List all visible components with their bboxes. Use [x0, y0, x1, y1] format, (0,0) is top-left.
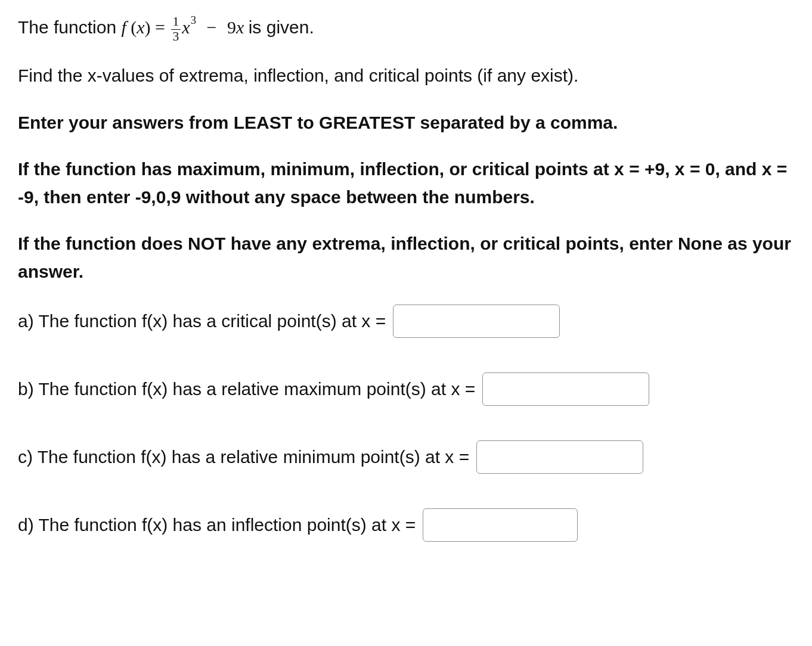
- question-a-label: a) The function f(x) has a critical poin…: [18, 308, 386, 336]
- math-exponent-3: 3: [191, 14, 196, 26]
- question-b-label: b) The function f(x) has a relative maxi…: [18, 375, 475, 403]
- math-x1: x: [137, 17, 144, 37]
- math-expression: f (x) = 13x3 − 9x: [121, 17, 248, 37]
- math-x3: x: [236, 17, 244, 37]
- answer-b-input[interactable]: [482, 372, 649, 406]
- function-definition-line: The function f (x) = 13x3 − 9x is given.: [18, 12, 794, 43]
- instruction-example: If the function has maximum, minimum, in…: [18, 156, 794, 211]
- math-minus: −: [202, 17, 221, 37]
- fraction-denominator: 3: [171, 30, 181, 44]
- question-a-row: a) The function f(x) has a critical poin…: [18, 305, 794, 338]
- instruction-order: Enter your answers from LEAST to GREATES…: [18, 109, 794, 137]
- instruction-find: Find the x-values of extrema, inflection…: [18, 62, 794, 90]
- text-suffix: is given.: [249, 17, 314, 37]
- text-prefix: The function: [18, 17, 121, 37]
- question-d-label: d) The function f(x) has an inflection p…: [18, 511, 416, 539]
- answer-c-input[interactable]: [476, 440, 643, 474]
- math-x2: x: [182, 17, 190, 37]
- math-f: f: [121, 17, 126, 37]
- answer-d-input[interactable]: [423, 508, 578, 542]
- math-nine: 9: [227, 17, 236, 37]
- math-close-eq: ) =: [145, 17, 170, 37]
- math-fraction: 13: [171, 15, 181, 43]
- question-b-row: b) The function f(x) has a relative maxi…: [18, 372, 794, 406]
- answer-a-input[interactable]: [393, 305, 560, 338]
- fraction-numerator: 1: [171, 15, 181, 30]
- question-c-row: c) The function f(x) has a relative mini…: [18, 440, 794, 474]
- question-page: The function f (x) = 13x3 − 9x is given.…: [0, 0, 812, 646]
- question-d-row: d) The function f(x) has an inflection p…: [18, 508, 794, 542]
- math-open: (: [126, 17, 137, 37]
- instruction-none: If the function does NOT have any extrem…: [18, 230, 794, 285]
- question-c-label: c) The function f(x) has a relative mini…: [18, 443, 469, 471]
